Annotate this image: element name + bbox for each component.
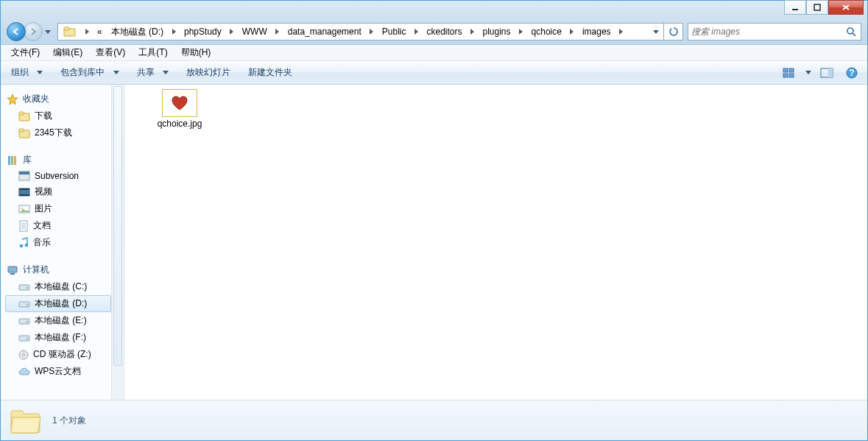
breadcrumb-sep[interactable] (616, 24, 627, 40)
breadcrumb-prefix[interactable]: « (93, 24, 106, 40)
svg-rect-41 (19, 302, 29, 307)
svg-rect-5 (64, 27, 69, 30)
svg-rect-25 (19, 172, 29, 174)
nav-item[interactable]: CD 驱动器 (Z:) (5, 346, 111, 363)
menu-item[interactable]: 查看(V) (90, 45, 131, 60)
hard-drive-icon (18, 300, 30, 308)
nav-item[interactable]: 图片 (5, 200, 111, 217)
breadcrumb-item[interactable]: qchoice (528, 24, 565, 40)
nav-item[interactable]: 本地磁盘 (F:) (5, 329, 111, 346)
organize-button[interactable]: 组织 (7, 64, 47, 81)
refresh-button[interactable] (664, 23, 683, 40)
svg-rect-8 (783, 68, 788, 72)
nav-item[interactable]: 音乐 (5, 234, 111, 251)
breadcrumb-sep[interactable] (567, 24, 577, 40)
svg-rect-37 (8, 267, 17, 272)
minimize-button[interactable] (784, 0, 806, 15)
breadcrumb-sep[interactable] (467, 24, 478, 40)
file-item[interactable]: qchoice.jpg (147, 89, 213, 129)
computer-icon (7, 264, 18, 276)
address-bar[interactable]: « 本地磁盘 (D:)phpStudyWWWdata_managementPub… (57, 23, 664, 40)
svg-rect-27 (19, 188, 29, 190)
breadcrumb-item[interactable]: images (579, 24, 615, 40)
menu-item[interactable]: 文件(F) (5, 45, 46, 60)
body-split: 收藏夹 下载2345下载 库 Subversion视频图片文档音乐 计算机 本地… (1, 85, 867, 400)
address-row: « 本地磁盘 (D:)phpStudyWWWdata_managementPub… (7, 23, 861, 40)
view-mode-button[interactable] (780, 65, 800, 81)
share-label: 共享 (137, 66, 155, 79)
svg-point-40 (27, 287, 28, 289)
slideshow-button[interactable]: 放映幻灯片 (182, 64, 235, 81)
nav-item[interactable]: Subversion (5, 169, 111, 183)
library-icon (7, 155, 18, 166)
breadcrumb-sep[interactable] (227, 24, 237, 40)
nav-scrollbar-thumb[interactable] (113, 86, 122, 366)
breadcrumb-sep[interactable] (367, 24, 377, 40)
svg-rect-38 (10, 273, 15, 275)
preview-pane-button[interactable] (817, 65, 836, 81)
forward-button[interactable] (24, 22, 43, 41)
nav-history-dropdown[interactable] (43, 23, 53, 40)
status-count-text: 1 个对象 (52, 414, 86, 427)
star-icon (7, 94, 18, 105)
address-dropdown[interactable] (649, 30, 662, 34)
nav-item[interactable]: 视频 (5, 183, 111, 200)
svg-point-46 (27, 338, 28, 339)
breadcrumb-item[interactable]: data_management (284, 24, 365, 40)
nav-item[interactable]: 本地磁盘 (D:) (5, 295, 111, 312)
nav-item[interactable]: WPS云文档 (5, 363, 111, 380)
breadcrumb-item[interactable]: plugins (479, 24, 515, 40)
newfolder-label: 新建文件夹 (248, 66, 292, 79)
menu-item[interactable]: 编辑(E) (47, 45, 88, 60)
nav-item[interactable]: 本地磁盘 (E:) (5, 312, 111, 329)
search-box[interactable] (688, 23, 861, 40)
breadcrumb-sep[interactable] (516, 24, 526, 40)
breadcrumb-sep[interactable] (411, 24, 421, 40)
nav-scrollbar[interactable] (111, 85, 124, 400)
libraries-header[interactable]: 库 (5, 152, 111, 169)
back-button[interactable] (7, 22, 26, 41)
menu-item[interactable]: 工具(T) (133, 45, 173, 60)
optical-drive-icon (18, 350, 29, 360)
breadcrumb-sep[interactable] (82, 24, 92, 40)
nav-item-label: Subversion (35, 171, 79, 181)
computer-header[interactable]: 计算机 (5, 261, 111, 278)
breadcrumb-item[interactable]: phpStudy (180, 24, 225, 40)
svg-point-42 (27, 304, 28, 306)
breadcrumb-sep[interactable] (272, 24, 283, 40)
maximize-button[interactable] (806, 0, 828, 15)
nav-item[interactable]: 文档 (5, 217, 111, 234)
svg-rect-23 (14, 156, 16, 165)
breadcrumb-item[interactable]: 本地磁盘 (D:) (107, 24, 167, 40)
organize-label: 组织 (11, 66, 29, 79)
nav-item[interactable]: 2345下载 (5, 124, 111, 141)
video-icon (18, 188, 30, 197)
menu-bar: 文件(F)编辑(E)查看(V)工具(T)帮助(H) (1, 45, 867, 61)
nav-item[interactable]: 下载 (5, 107, 111, 124)
breadcrumb-item[interactable]: WWW (239, 24, 271, 40)
search-input[interactable] (691, 27, 844, 37)
nav-item-label: 本地磁盘 (C:) (35, 281, 87, 293)
nav-item-label: 文档 (33, 219, 51, 232)
content-pane[interactable]: qchoice.jpg (124, 85, 867, 400)
share-button[interactable]: 共享 (133, 64, 173, 81)
new-folder-button[interactable]: 新建文件夹 (244, 64, 297, 81)
nav-item-label: 本地磁盘 (D:) (35, 297, 87, 310)
help-button[interactable]: ? (842, 65, 861, 81)
breadcrumb-sep[interactable] (169, 24, 179, 40)
breadcrumb-item[interactable]: ckeditors (423, 24, 465, 40)
svg-marker-16 (7, 94, 18, 105)
menu-item[interactable]: 帮助(H) (175, 45, 217, 60)
svg-rect-28 (19, 194, 29, 196)
favorites-header[interactable]: 收藏夹 (5, 91, 111, 107)
svg-text:?: ? (849, 68, 854, 78)
svg-point-36 (25, 243, 29, 247)
view-mode-dropdown[interactable] (805, 71, 811, 74)
search-icon[interactable] (844, 27, 858, 37)
close-button[interactable] (828, 0, 864, 15)
include-in-library-button[interactable]: 包含到库中 (56, 64, 123, 81)
pictures-icon (18, 205, 30, 214)
breadcrumb-item[interactable]: Public (378, 24, 410, 40)
nav-item[interactable]: 本地磁盘 (C:) (5, 278, 111, 295)
svg-rect-10 (783, 74, 788, 77)
